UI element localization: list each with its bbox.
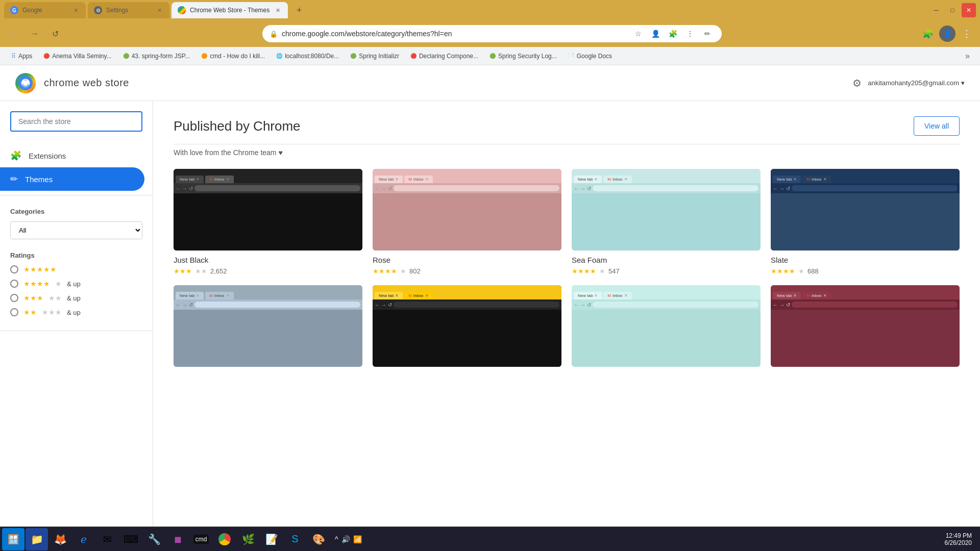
theme-card-sea-foam[interactable]: New tab✕ MInbox✕ ←→↺ [572,169,761,275]
taskbar-ie[interactable]: ℯ [72,528,95,550]
taskbar-terminal[interactable]: cmd [190,528,212,550]
bookmark-cmd-label: cmd - How do I kill... [210,53,265,60]
taskbar-chrome[interactable] [213,528,236,550]
theme-sea-foam-stars: ★★★★ [572,267,596,275]
reload-button[interactable]: ↺ [47,26,63,42]
title-bar: G Google ✕ ⚙ Settings ✕ Chrome Web Store… [0,0,980,20]
theme-slate-stars: ★★★★ [771,267,795,275]
taskbar-keyboard[interactable]: ⌨ [119,528,142,550]
profile-icon[interactable]: 👤 [648,27,663,41]
settings-favicon: ⚙ [94,6,102,14]
search-input[interactable] [10,111,142,132]
theme-slate-name: Slate [771,256,960,264]
rating-5-stars-display: ★★★★★ [23,265,57,273]
ie-icon: ℯ [81,533,87,545]
view-all-button[interactable]: View all [914,116,960,136]
tab-google-close[interactable]: ✕ [71,6,80,14]
taskbar-file-explorer[interactable]: 📁 [26,528,48,550]
theme-card-slate[interactable]: New tab✕ MInbox✕ ←→↺ [771,169,960,275]
url-actions: ☆ 👤 🧩 ⋮ ✏ [631,27,715,41]
tab-cws[interactable]: Chrome Web Store - Themes ✕ [172,2,288,18]
bookmarks-bar: ⠿ Apps 🔴 Anema Villa Seminy... 🟢 43. spr… [0,47,980,65]
extensions-label: Extensions [29,152,66,160]
file-explorer-icon: 📁 [31,533,43,545]
categories-select[interactable]: All [10,221,142,239]
theme-card-7[interactable]: New tab✕ MInbox✕ ←→↺ [572,285,761,372]
taskbar-firefox[interactable]: 🦊 [49,528,71,550]
sticky-icon: 📝 [265,533,278,545]
extensions-puzzle-icon[interactable]: 🧩 [921,27,935,41]
taskbar-clock[interactable]: 12:49 PM 6/26/2020 [939,532,978,546]
bookmark-declaring[interactable]: 🔴 Declaring Compone... [405,51,483,62]
sidebar-item-extensions[interactable]: 🧩 Extensions [0,144,144,167]
bookmark-google-docs-label: Google Docs [577,53,612,60]
bookmark-spring-security[interactable]: 🟢 Spring Security Log... [484,51,562,62]
rating-3-stars[interactable]: ★★★★★ & up [10,294,142,302]
bookmark-google-docs[interactable]: 📄 Google Docs [563,51,617,62]
bookmark-apps-label: Apps [18,53,32,60]
terminal-icon: cmd [193,535,209,544]
paint-icon: 🎨 [312,533,325,545]
theme-thumbnail-7: New tab✕ MInbox✕ ←→↺ [572,285,761,367]
sidebar-divider-2 [0,331,153,331]
tab-google[interactable]: G Google ✕ [4,2,86,18]
rating-2-stars[interactable]: ★★★★★ & up [10,308,142,316]
network-icon[interactable]: 📶 [353,535,362,543]
tray-expand-icon[interactable]: ^ [335,535,338,543]
rating-2-radio[interactable] [10,308,18,316]
themes-label: Themes [25,175,53,184]
minimize-button[interactable]: ─ [929,3,943,17]
bookmarks-more-button[interactable]: » [961,49,974,63]
start-button[interactable]: 🪟 [2,528,24,550]
rating-5-stars[interactable]: ★★★★★ [10,265,142,273]
taskbar-mail[interactable]: ✉ [96,528,118,550]
cws-user-email[interactable]: ankitamohanty205@gmail.com ▾ [868,79,965,87]
add-tab-button[interactable]: + [292,3,306,17]
rating-5-radio[interactable] [10,265,18,273]
settings-icon-addr[interactable]: ⋮ [683,27,697,41]
customize-chrome-icon[interactable]: ✏ [700,27,715,41]
spring-security-favicon: 🟢 [489,53,496,59]
bookmark-cmd[interactable]: 🟠 cmd - How do I kill... [196,51,270,62]
theme-card-just-black[interactable]: New tab✕ MInbox✕ ←→↺ [174,169,362,275]
extensions-icon: 🧩 [10,150,21,161]
bookmark-spring-init[interactable]: 🟢 Spring Initializr [345,51,404,62]
forward-button[interactable]: → [27,26,43,42]
profile-avatar[interactable]: 👤 [939,26,955,42]
tab-cws-close[interactable]: ✕ [274,6,282,14]
bookmark-apps[interactable]: ⠿ Apps [6,51,37,62]
taskbar-skype[interactable]: S [284,528,306,550]
menu-button[interactable]: ⋮ [960,27,974,41]
cws-settings-button[interactable]: ⚙ [852,77,862,89]
tab-settings-close[interactable]: ✕ [155,6,163,14]
sidebar-item-themes[interactable]: ✏ Themes [0,167,144,191]
bookmark-spring-form[interactable]: 🟢 43. spring-form JSP... [118,51,195,62]
theme-card-6[interactable]: New tab✕ MInbox✕ ←→↺ [373,285,561,372]
volume-icon[interactable]: 🔊 [341,535,350,543]
rating-4-stars[interactable]: ★★★★★ & up [10,280,142,288]
bookmark-anema[interactable]: 🔴 Anema Villa Seminy... [38,51,116,62]
taskbar-tools[interactable]: 🔧 [143,528,165,550]
theme-card-rose[interactable]: New tab✕ MInbox✕ ←→↺ [373,169,561,275]
theme-slate-rating: ★★★★★ 688 [771,267,960,275]
tab-settings[interactable]: ⚙ Settings ✕ [88,2,169,18]
theme-thumbnail-just-black: New tab✕ MInbox✕ ←→↺ [174,169,362,251]
skype-icon: S [291,533,298,545]
rating-3-radio[interactable] [10,294,18,302]
taskbar-paint[interactable]: 🎨 [307,528,330,550]
taskbar-leaf[interactable]: 🌿 [237,528,259,550]
url-bar[interactable]: 🔒 chrome.google.com/webstore/category/th… [262,25,722,42]
theme-card-5[interactable]: New tab✕ MInbox✕ ←→↺ [174,285,362,372]
google-favicon: G [10,6,18,14]
back-button[interactable]: ← [6,26,22,42]
bookmark-localhost[interactable]: 🌐 localhost:8080/De... [271,51,344,62]
close-button[interactable]: ✕ [962,3,976,17]
taskbar-db[interactable]: ◼ [166,528,189,550]
maximize-button[interactable]: □ [945,3,960,17]
bookmark-icon[interactable]: ☆ [631,27,645,41]
theme-card-8[interactable]: New tab✕ MInbox✕ ←→↺ [771,285,960,372]
theme-thumbnail-rose: New tab✕ MInbox✕ ←→↺ [373,169,561,251]
rating-4-radio[interactable] [10,280,18,288]
taskbar-sticky[interactable]: 📝 [260,528,283,550]
extension-icon[interactable]: 🧩 [666,27,680,41]
